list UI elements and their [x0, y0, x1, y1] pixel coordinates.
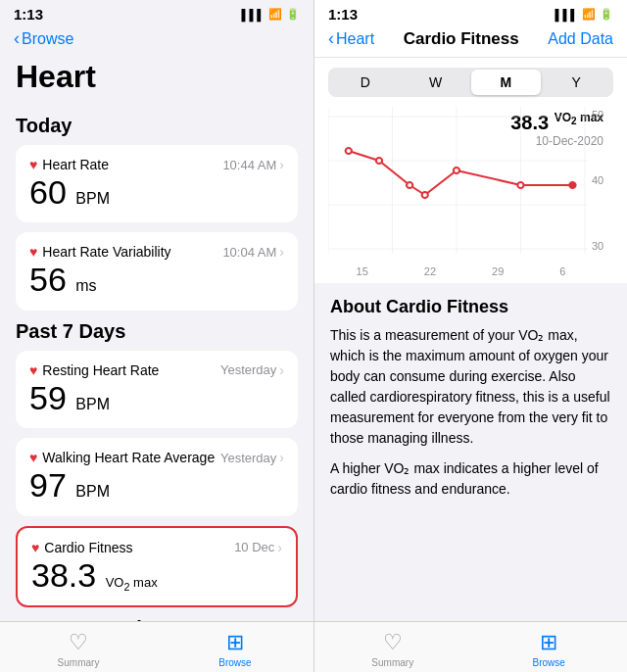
chart-y-labels: 50 40 30 — [592, 107, 613, 254]
svg-point-9 — [346, 148, 352, 154]
chart-x-labels: 15 22 29 6 — [328, 265, 613, 277]
card-time-5: 10 Dec › — [234, 540, 282, 555]
time-left: 1:13 — [14, 6, 43, 23]
heart-icon-4: ♥ — [29, 450, 37, 465]
svg-point-11 — [407, 182, 412, 188]
card-time-4: Yesterday › — [220, 450, 284, 465]
tab-bar-right: ♡ Summary ⊞ Browse — [314, 621, 627, 672]
y-label-40: 40 — [592, 174, 613, 186]
tab-browse-label-left: Browse — [218, 657, 251, 668]
section-header-today: Today — [16, 115, 298, 137]
card-time-1: 10:44 AM › — [222, 157, 284, 172]
cardio-fitness-unit: VO2 max — [106, 575, 158, 590]
y-label-50: 50 — [592, 109, 613, 120]
segment-d[interactable]: D — [330, 70, 401, 95]
back-label-right: Heart — [336, 30, 374, 48]
chevron-right-icon-2: › — [279, 244, 284, 260]
status-icons-right: ▌▌▌ 📶 🔋 — [555, 8, 613, 21]
y-label-30: 30 — [592, 240, 613, 252]
chevron-right-icon-4: › — [279, 450, 284, 465]
tab-browse-left[interactable]: ⊞ Browse — [157, 630, 314, 668]
signal-icon-right: ▌▌▌ — [555, 9, 578, 21]
status-icons-left: ▌▌▌ 📶 🔋 — [242, 8, 300, 21]
page-title-left: Heart — [0, 55, 314, 105]
cardio-fitness-value: 38.3 VO2 max — [31, 557, 282, 594]
back-button-left[interactable]: ‹ Browse — [14, 28, 300, 49]
chevron-left-icon: ‹ — [14, 28, 20, 49]
nav-bar-right: ‹ Heart Cardio Fitness Add Data — [314, 26, 627, 58]
card-time-2: 10:04 AM › — [222, 244, 284, 260]
segment-m[interactable]: M — [471, 70, 542, 95]
resting-hr-value: 59 BPM — [29, 380, 284, 416]
right-panel: 1:13 ▌▌▌ 📶 🔋 ‹ Heart Cardio Fitness Add … — [314, 0, 627, 672]
heart-icon-1: ♥ — [29, 157, 37, 172]
chart-container: 38.3 VO2 max 10-Dec-2020 — [328, 107, 613, 283]
card-row-top-4: ♥ Walking Heart Rate Average Yesterday › — [29, 450, 284, 465]
cardio-fitness-card[interactable]: ♥ Cardio Fitness 10 Dec › 38.3 VO2 max — [16, 526, 298, 607]
status-bar-right: 1:13 ▌▌▌ 📶 🔋 — [314, 0, 627, 26]
heart-tab-icon: ♡ — [69, 630, 88, 655]
hrv-value: 56 ms — [29, 262, 284, 298]
x-label-22: 22 — [424, 265, 436, 277]
wifi-icon: 📶 — [268, 8, 282, 21]
card-row-top: ♥ Heart Rate 10:44 AM › — [29, 157, 284, 172]
chevron-right-icon-1: › — [279, 157, 284, 172]
tab-browse-right[interactable]: ⊞ Browse — [471, 630, 628, 668]
wifi-icon-right: 📶 — [582, 8, 596, 21]
tab-summary-left[interactable]: ♡ Summary — [0, 630, 157, 668]
status-bar-left: 1:13 ▌▌▌ 📶 🔋 — [0, 0, 314, 26]
heart-rate-value: 60 BPM — [29, 174, 284, 211]
section-header-7days: Past 7 Days — [16, 320, 298, 343]
tab-bar-left: ♡ Summary ⊞ Browse — [0, 621, 314, 672]
walking-hr-value: 97 BPM — [29, 467, 284, 504]
heart-icon-3: ♥ — [29, 362, 37, 378]
walking-hr-card[interactable]: ♥ Walking Heart Rate Average Yesterday ›… — [16, 438, 298, 515]
battery-icon-right: 🔋 — [600, 8, 613, 21]
heart-rate-unit: BPM — [75, 190, 110, 207]
about-paragraph-2: A higher VO₂ max indicates a higher leve… — [330, 458, 611, 500]
about-title: About Cardio Fitness — [330, 297, 611, 317]
browse-tab-icon-right: ⊞ — [540, 630, 557, 655]
x-label-6: 6 — [559, 265, 565, 277]
x-label-15: 15 — [357, 265, 368, 277]
segment-y[interactable]: Y — [541, 70, 611, 95]
heart-icon-2: ♥ — [29, 244, 37, 260]
card-time-3: Yesterday › — [220, 362, 284, 378]
svg-point-10 — [376, 158, 382, 164]
tab-summary-right[interactable]: ♡ Summary — [314, 630, 471, 668]
card-row-top-3: ♥ Resting Heart Rate Yesterday › — [29, 362, 284, 378]
heart-rate-card[interactable]: ♥ Heart Rate 10:44 AM › 60 BPM — [16, 145, 298, 222]
signal-icon: ▌▌▌ — [242, 9, 265, 21]
tab-summary-label-right: Summary — [371, 657, 413, 668]
chart-svg — [328, 107, 613, 264]
back-label-left: Browse — [22, 30, 73, 48]
chevron-right-icon-3: › — [279, 362, 284, 378]
nav-title-right: Cardio Fitness — [404, 29, 519, 49]
walking-hr-label: ♥ Walking Heart Rate Average — [29, 450, 215, 465]
add-data-button[interactable]: Add Data — [548, 30, 613, 48]
back-button-right[interactable]: ‹ Heart — [328, 28, 374, 49]
svg-point-15 — [569, 182, 575, 188]
segment-w[interactable]: W — [401, 70, 471, 95]
hrv-unit: ms — [75, 277, 96, 294]
resting-hr-label: ♥ Resting Heart Rate — [29, 362, 159, 378]
segment-control[interactable]: D W M Y — [328, 68, 613, 97]
resting-hr-unit: BPM — [75, 396, 110, 412]
scroll-content-left: Today ♥ Heart Rate 10:44 AM › 60 BPM — [0, 105, 314, 621]
hrv-card[interactable]: ♥ Heart Rate Variability 10:04 AM › 56 m… — [16, 232, 298, 310]
about-section: About Cardio Fitness This is a measureme… — [314, 283, 627, 621]
svg-point-13 — [454, 168, 459, 173]
x-label-29: 29 — [492, 265, 504, 277]
about-paragraph-1: This is a measurement of your VO₂ max, w… — [330, 325, 611, 449]
tab-summary-label-left: Summary — [58, 657, 100, 668]
card-row-top-5: ♥ Cardio Fitness 10 Dec › — [31, 540, 282, 555]
cardio-fitness-label: ♥ Cardio Fitness — [31, 540, 133, 555]
svg-point-14 — [517, 182, 523, 188]
nav-bar-left: ‹ Browse — [0, 26, 314, 55]
heart-rate-label: Heart Rate — [42, 157, 109, 172]
chart-area: 50 40 30 — [328, 107, 613, 264]
resting-hr-card[interactable]: ♥ Resting Heart Rate Yesterday › 59 BPM — [16, 351, 298, 428]
browse-tab-icon: ⊞ — [226, 630, 244, 655]
card-row-top-2: ♥ Heart Rate Variability 10:04 AM › — [29, 244, 284, 260]
card-label: ♥ Heart Rate — [29, 157, 109, 172]
